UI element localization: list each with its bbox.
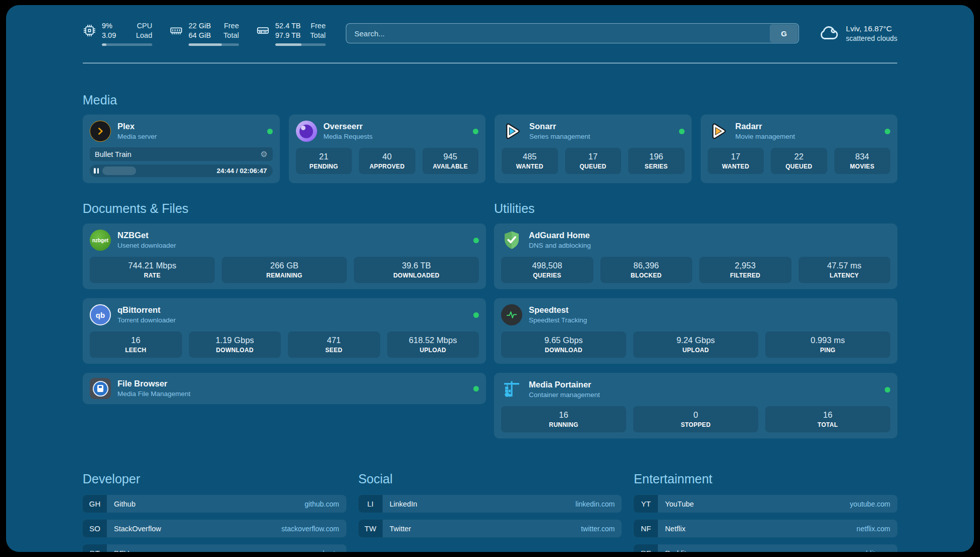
portainer-logo-icon (501, 379, 522, 400)
bookmark-group-developer: Developer GH Github github.com SO StackO… (83, 471, 346, 552)
search-input[interactable] (346, 23, 799, 43)
service-name: Plex (117, 121, 157, 132)
filebrowser-card[interactable]: File Browser Media File Management (83, 373, 486, 404)
playback-progress-fill (102, 166, 136, 175)
pause-icon[interactable] (94, 168, 99, 174)
search-provider-button[interactable]: G (770, 24, 798, 42)
stat-tile: 618.52 Mbps UPLOAD (387, 331, 479, 358)
bookmark-url: twitter.com (581, 525, 615, 533)
stat-tile: 945 AVAILABLE (422, 148, 479, 174)
section-media: Media Plex Media server Bullet Train ⚙ (83, 92, 897, 183)
bookmark-dev[interactable]: DT DEV dev.to (83, 544, 346, 552)
service-name: Speedtest (529, 305, 587, 315)
weather-location-temp: Lviv, 16.87°C (846, 24, 897, 34)
radarr-logo-icon (708, 121, 729, 142)
bookmark-abbr: DT (83, 544, 107, 552)
disk-total-value: 97.9 TB (275, 31, 301, 40)
service-subtitle: Media server (117, 132, 157, 141)
bookmark-url: dev.to (321, 549, 339, 552)
disk-stats-widget: 52.4 TB 97.9 TB Free Total (256, 21, 326, 46)
bookmark-name: Github (114, 500, 136, 508)
section-title-developer: Developer (83, 471, 346, 487)
bookmark-github[interactable]: GH Github github.com (83, 495, 346, 513)
bookmark-name: Twitter (390, 525, 411, 533)
qbittorrent-card[interactable]: qb qBittorrent Torrent downloader 16 LEE… (83, 298, 486, 364)
status-online-dot (679, 129, 685, 134)
now-playing-row: Bullet Train ⚙ (90, 147, 273, 161)
memory-usage-bar (189, 43, 239, 46)
bookmark-abbr: SO (83, 520, 107, 537)
qbittorrent-logo-icon: qb (90, 304, 111, 325)
stat-tile: 16 LEECH (90, 331, 182, 358)
stat-tile: 1.19 Gbps DOWNLOAD (189, 331, 281, 358)
bookmark-name: DEV (114, 549, 129, 552)
section-title-social: Social (358, 471, 622, 487)
disk-icon (256, 24, 270, 37)
stat-tile: 2,953 FILTERED (699, 257, 791, 283)
bookmark-url: github.com (304, 500, 339, 508)
status-online-dot (267, 129, 273, 134)
service-subtitle: Media Requests (324, 132, 373, 141)
overseerr-card[interactable]: Overseerr Media Requests 21 PENDING 40 A… (289, 115, 486, 183)
plex-logo-icon (90, 121, 111, 142)
bookmark-linkedin[interactable]: LI LinkedIn linkedin.com (358, 495, 622, 513)
bookmark-name: YouTube (665, 500, 694, 508)
cloud-icon (818, 23, 839, 44)
service-name: Overseerr (324, 121, 373, 132)
stat-tile: 498,508 QUERIES (501, 257, 593, 283)
sonarr-card[interactable]: Sonarr Series management 485 WANTED 17 Q… (495, 115, 692, 183)
disk-usage-bar (275, 43, 326, 46)
service-name: Sonarr (529, 121, 590, 132)
section-title-utilities: Utilities (494, 200, 897, 216)
service-subtitle: Container management (529, 391, 600, 400)
stat-tile: 744.21 Mbps RATE (90, 257, 215, 283)
cpu-icon (83, 24, 96, 37)
status-online-dot (473, 312, 479, 318)
service-name: Media Portainer (529, 379, 600, 390)
service-name: AdGuard Home (529, 230, 591, 241)
top-bar: 9% 3.09 CPU Load (83, 20, 897, 46)
bookmark-youtube[interactable]: YT YouTube youtube.com (634, 495, 897, 513)
portainer-card[interactable]: Media Portainer Container management 16 … (494, 373, 897, 438)
cpu-usage-value: 9% (102, 21, 116, 31)
service-name: qBittorrent (117, 305, 176, 315)
filebrowser-logo-icon (90, 378, 111, 399)
service-subtitle: Series management (529, 132, 590, 141)
memory-stats-widget: 22 GiB 64 GiB Free Total (169, 21, 239, 46)
nzbget-card[interactable]: nzbget NZBGet Usenet downloader 744.21 M… (83, 224, 486, 289)
section-documents-files: Documents & Files nzbget NZBGet Usenet d… (83, 200, 486, 404)
adguard-card[interactable]: AdGuard Home DNS and adblocking 498,508 … (494, 224, 897, 289)
bookmark-abbr: YT (634, 495, 658, 513)
weather-condition: scattered clouds (846, 34, 897, 43)
memory-free-label: Free (223, 21, 239, 31)
nzbget-logo-icon: nzbget (90, 230, 111, 251)
gear-icon[interactable]: ⚙ (260, 150, 267, 158)
overseerr-logo-icon (296, 121, 317, 142)
stat-tile: 9.24 Gbps UPLOAD (633, 331, 758, 358)
disk-total-label: Total (310, 31, 326, 40)
bookmark-abbr: LI (358, 495, 383, 513)
memory-icon (169, 24, 183, 37)
bookmark-abbr: NF (634, 520, 658, 537)
weather-widget[interactable]: Lviv, 16.87°C scattered clouds (818, 23, 897, 44)
bookmark-url: stackoverflow.com (281, 525, 339, 533)
bookmark-netflix[interactable]: NF Netflix netflix.com (634, 520, 897, 537)
disk-free-value: 52.4 TB (275, 21, 301, 31)
bookmark-name: Reddit (665, 549, 686, 552)
plex-card[interactable]: Plex Media server Bullet Train ⚙ 24:44 /… (83, 115, 280, 183)
bookmark-group-entertainment: Entertainment YT YouTube youtube.com NF … (634, 471, 897, 552)
radarr-card[interactable]: Radarr Movie management 17 WANTED 22 QUE… (701, 115, 898, 183)
search-bar: G (346, 23, 799, 43)
speedtest-card[interactable]: Speedtest Speedtest Tracking 9.65 Gbps D… (494, 298, 897, 364)
stat-tile: 39.6 TB DOWNLOADED (354, 257, 479, 283)
bookmark-name: LinkedIn (390, 500, 417, 508)
bookmark-twitter[interactable]: TW Twitter twitter.com (358, 520, 622, 537)
cpu-load-value: 3.09 (102, 31, 116, 40)
stat-tile: 21 PENDING (296, 148, 352, 174)
status-online-dot (473, 386, 479, 392)
bookmark-reddit[interactable]: RE Reddit reddit.com (634, 544, 897, 552)
stat-tile: 834 MOVIES (834, 148, 891, 174)
topbar-divider (83, 63, 897, 64)
status-online-dot (473, 129, 478, 134)
bookmark-stackoverflow[interactable]: SO StackOverflow stackoverflow.com (83, 520, 346, 537)
